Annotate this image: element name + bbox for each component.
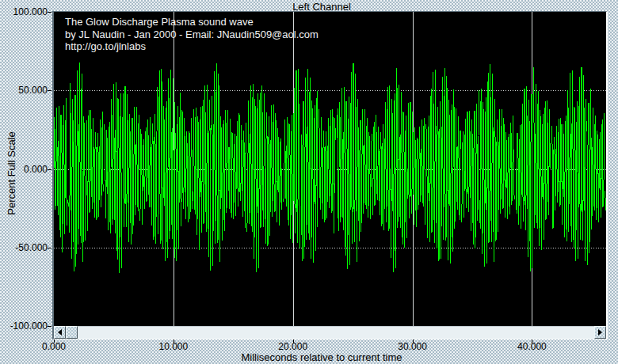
x-tick-mark (532, 339, 532, 343)
y-tick-label: -100.000 (2, 320, 48, 332)
y-tick-label: 0.000 (2, 164, 48, 175)
x-tick-label: 10.000 (148, 341, 199, 352)
annotation-line-1: The Glow Discharge Plasma sound wave (65, 16, 319, 28)
y-tick-label: 100.000 (2, 6, 48, 17)
x-tick-mark (54, 339, 55, 343)
y-tick-label: -50.000 (2, 242, 48, 253)
plot-area: The Glow Discharge Plasma sound wave by … (54, 12, 606, 326)
x-tick-mark (413, 339, 414, 343)
annotation-line-3: http://go.to/jlnlabs (65, 40, 319, 53)
y-tick-mark (48, 326, 52, 327)
scroll-right-button[interactable] (594, 326, 606, 339)
y-tick-mark (48, 248, 52, 248)
y-tick-mark (48, 90, 52, 91)
waveform (54, 63, 606, 273)
scroll-left-button[interactable] (54, 326, 66, 339)
y-tick-mark (48, 169, 52, 170)
scrollbar-track[interactable] (78, 326, 594, 339)
plot-annotation: The Glow Discharge Plasma sound wave by … (65, 16, 319, 53)
x-tick-label: 30.000 (387, 341, 438, 352)
waveform-svg (54, 12, 606, 326)
scroll-left-icon (58, 329, 62, 336)
y-tick-mark (48, 12, 52, 13)
x-tick-label: 0.000 (29, 341, 79, 352)
annotation-line-2: by JL Naudin - Jan 2000 - Email: JNaudin… (65, 28, 319, 41)
x-tick-label: 40.000 (506, 341, 557, 352)
plot-frame: The Glow Discharge Plasma sound wave by … (52, 11, 608, 339)
x-axis-label: Milliseconds relative to current time (54, 351, 589, 363)
scrollbar-thumb[interactable] (66, 326, 78, 339)
horizontal-scrollbar[interactable] (54, 326, 606, 339)
y-tick-label: 50.000 (2, 85, 48, 96)
scroll-right-icon (598, 329, 602, 336)
x-tick-label: 20.000 (268, 341, 319, 352)
app-window: Left Channel Percent Full Scale The Glow… (0, 0, 618, 364)
x-tick-mark (174, 339, 174, 343)
x-tick-mark (293, 339, 294, 343)
